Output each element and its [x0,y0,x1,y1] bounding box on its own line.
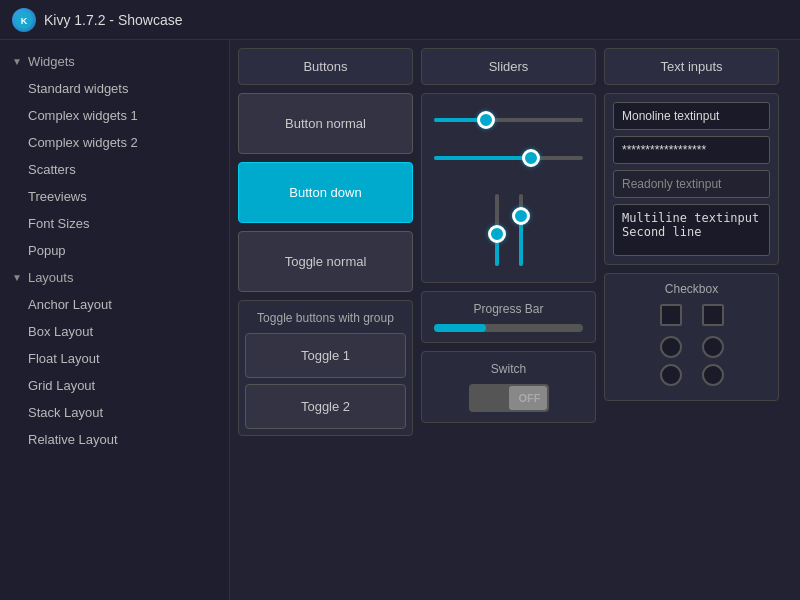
switch-section: Switch OFF [421,351,596,423]
sidebar: ▼ Widgets Standard widgets Complex widge… [0,40,230,600]
buttons-header: Buttons [238,48,413,85]
readonly-input [613,170,770,198]
checkbox-label: Checkbox [613,282,770,296]
multiline-input[interactable]: Multiline textinput Second line [613,204,770,256]
v-slider-1-thumb[interactable] [488,225,506,243]
sidebar-item-grid-layout[interactable]: Grid Layout [0,372,229,399]
button-down[interactable]: Button down [238,162,413,223]
checkbox-1[interactable] [660,304,682,326]
radio-2[interactable] [702,336,724,358]
toggle-1[interactable]: Toggle 1 [245,333,406,378]
sliders-header: Sliders [421,48,596,85]
h-slider-2-track [434,156,583,160]
checkbox-section: Checkbox [604,273,779,401]
checkbox-row-1 [613,304,770,326]
monoline-input[interactable] [613,102,770,130]
app-title: Kivy 1.7.2 - Showcase [44,12,183,28]
switch-track[interactable]: OFF [469,384,549,412]
switch-widget: OFF [434,384,583,412]
radio-row-2 [613,364,770,386]
sidebar-widgets-section[interactable]: ▼ Widgets [0,48,229,75]
toggle-group: Toggle buttons with group Toggle 1 Toggl… [238,300,413,436]
v-slider-2[interactable] [519,186,523,266]
sliders-column: Sliders [421,48,596,592]
layouts-arrow-icon: ▼ [12,272,22,283]
sidebar-item-anchor-layout[interactable]: Anchor Layout [0,291,229,318]
h-slider-2[interactable] [434,148,583,168]
h-slider-2-thumb[interactable] [522,149,540,167]
sidebar-layouts-section[interactable]: ▼ Layouts [0,264,229,291]
v-slider-2-track [519,194,523,266]
switch-off-label: OFF [519,392,541,404]
h-slider-1-thumb[interactable] [477,111,495,129]
main-container: ▼ Widgets Standard widgets Complex widge… [0,40,800,600]
vertical-sliders-row [495,186,523,266]
checkbox-2[interactable] [702,304,724,326]
sidebar-widgets-label: Widgets [28,54,75,69]
buttons-column: Buttons Button normal Button down Toggle… [238,48,413,592]
radio-row-1 [613,336,770,358]
sidebar-item-font-sizes[interactable]: Font Sizes [0,210,229,237]
h-slider-1[interactable] [434,110,583,130]
sidebar-item-popup[interactable]: Popup [0,237,229,264]
h-slider-2-fill [434,156,531,160]
sidebar-item-treeviews[interactable]: Treeviews [0,183,229,210]
v-slider-2-thumb[interactable] [512,207,530,225]
sidebar-layouts-label: Layouts [28,270,74,285]
radio-1[interactable] [660,336,682,358]
h-slider-1-track [434,118,583,122]
sidebar-item-relative-layout[interactable]: Relative Layout [0,426,229,453]
titlebar: K Kivy 1.7.2 - Showcase [0,0,800,40]
progress-fill [434,324,486,332]
content-area: Buttons Button normal Button down Toggle… [230,40,800,600]
switch-label: Switch [434,362,583,376]
text-inputs-column: Text inputs Multiline textinput Second l… [604,48,779,592]
radio-4[interactable] [702,364,724,386]
sliders-area [421,93,596,283]
radio-3[interactable] [660,364,682,386]
password-input[interactable] [613,136,770,164]
button-normal[interactable]: Button normal [238,93,413,154]
widgets-arrow-icon: ▼ [12,56,22,67]
app-logo: K [12,8,36,32]
sidebar-item-complex-widgets-2[interactable]: Complex widgets 2 [0,129,229,156]
progress-bar-section: Progress Bar [421,291,596,343]
v-slider-1-track [495,194,499,266]
sidebar-item-stack-layout[interactable]: Stack Layout [0,399,229,426]
sidebar-item-standard-widgets[interactable]: Standard widgets [0,75,229,102]
svg-text:K: K [21,16,28,26]
toggle-normal[interactable]: Toggle normal [238,231,413,292]
text-inputs-area: Multiline textinput Second line [604,93,779,265]
sidebar-item-scatters[interactable]: Scatters [0,156,229,183]
sidebar-item-complex-widgets-1[interactable]: Complex widgets 1 [0,102,229,129]
progress-track [434,324,583,332]
toggle-2[interactable]: Toggle 2 [245,384,406,429]
text-inputs-header: Text inputs [604,48,779,85]
v-slider-1[interactable] [495,186,499,266]
sidebar-item-box-layout[interactable]: Box Layout [0,318,229,345]
progress-bar-label: Progress Bar [434,302,583,316]
sidebar-item-float-layout[interactable]: Float Layout [0,345,229,372]
toggle-group-label: Toggle buttons with group [245,307,406,333]
